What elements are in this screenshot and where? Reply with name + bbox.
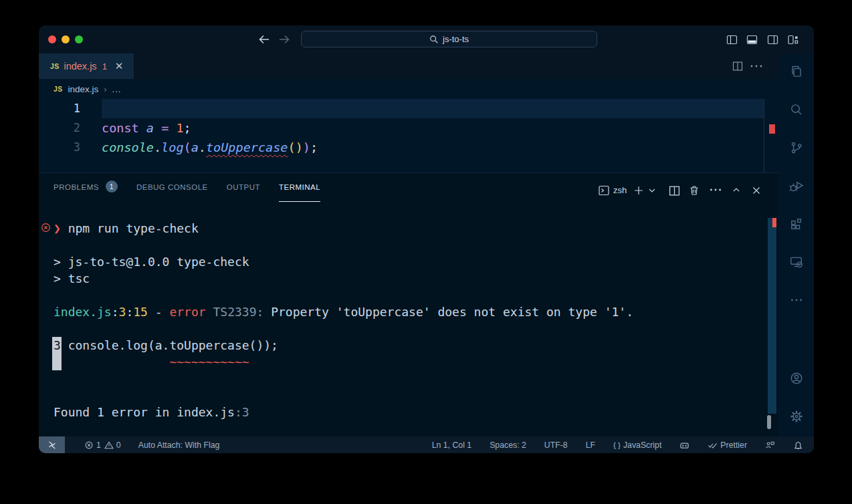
breadcrumb-symbol[interactable]: ... (112, 84, 122, 94)
line-number: 3 (39, 138, 80, 157)
status-formatter[interactable]: Prettier (708, 440, 747, 450)
search-value: js-to-ts (443, 34, 469, 44)
editor-line[interactable]: 1 (39, 99, 778, 118)
terminal-line (54, 237, 633, 253)
breadcrumb[interactable]: JS index.js › ... (39, 79, 778, 99)
breadcrumb-file[interactable]: index.js (68, 84, 98, 94)
status-eol[interactable]: LF (586, 440, 595, 450)
terminal-output[interactable]: ❯ npm run type-check> js-to-ts@1.0.0 typ… (54, 220, 633, 420)
editor-tab-bar: JS index.js 1 ✕ (39, 53, 814, 79)
zoom-window-button[interactable] (75, 35, 83, 43)
activity-account[interactable] (789, 371, 804, 386)
close-panel-icon[interactable] (750, 184, 762, 197)
terminal-actions: zsh (598, 176, 627, 205)
status-copilot[interactable] (679, 440, 689, 450)
panel-tab-output[interactable]: OUTPUT (227, 173, 260, 202)
editor-line[interactable]: 2const a = 1; (39, 118, 778, 138)
minimize-window-button[interactable] (62, 35, 70, 43)
activity-run-debug[interactable] (789, 178, 804, 193)
shell-label[interactable]: zsh (613, 185, 627, 195)
code-text: const a = 1; (102, 118, 191, 138)
terminal-line (54, 370, 633, 387)
tab-index-js[interactable]: JS index.js 1 ✕ (39, 53, 134, 79)
terminal-line (54, 287, 633, 303)
status-indentation[interactable]: Spaces: 2 (490, 440, 526, 450)
activity-more-views[interactable] (789, 293, 804, 307)
terminal-line: > tsc (54, 270, 633, 287)
chevron-right-icon: › (104, 84, 106, 94)
terminal-line: > js-to-ts@1.0.0 type-check (54, 253, 633, 270)
tab-close-icon[interactable]: ✕ (115, 60, 124, 72)
current-line-highlight (102, 99, 764, 118)
toggle-secondary-sidebar-icon[interactable] (767, 34, 778, 45)
code-text: console.log(a.toUppercase()); (102, 138, 318, 157)
back-arrow-icon[interactable] (257, 32, 272, 47)
forward-arrow-icon[interactable] (277, 32, 292, 47)
status-feedback[interactable] (765, 440, 775, 450)
maximize-panel-icon[interactable] (732, 186, 741, 193)
command-center-search[interactable]: js-to-ts (301, 31, 597, 47)
status-language-mode[interactable]: { }JavaScript (613, 440, 661, 450)
activity-extensions[interactable] (789, 217, 804, 231)
title-bar: js-to-ts (39, 25, 814, 53)
bottom-panel: PROBLEMS1DEBUG CONSOLEOUTPUTTERMINAL zsh… (39, 172, 778, 436)
activity-source-control[interactable] (789, 140, 804, 155)
js-file-icon: JS (54, 85, 62, 93)
activity-bar (778, 53, 814, 436)
customize-layout-icon[interactable] (787, 34, 798, 45)
overview-ruler-error-mark (769, 124, 775, 134)
activity-remote-explorer[interactable] (789, 255, 804, 269)
status-problems-warnings[interactable]: 0 (104, 440, 121, 450)
terminal-line (54, 320, 633, 337)
toggle-primary-sidebar-icon[interactable] (726, 34, 738, 45)
activity-explorer[interactable] (789, 64, 804, 79)
status-notifications[interactable] (793, 440, 803, 450)
new-terminal-icon[interactable] (633, 184, 645, 197)
status-bar: 10Auto Attach: With Flag Ln 1, Col 1Spac… (39, 436, 814, 453)
panel-tab-terminal[interactable]: TERMINAL (279, 173, 320, 202)
tab-problem-count: 1 (102, 61, 107, 72)
tab-label: index.js (64, 61, 96, 72)
line-number: 1 (39, 99, 80, 118)
close-window-button[interactable] (48, 35, 56, 43)
split-editor-icon[interactable] (732, 61, 743, 72)
vscode-window: js-to-ts JS index.js 1 ✕ JS ind (39, 25, 814, 453)
editor-more-actions-icon[interactable] (750, 64, 763, 69)
terminal-line: ~~~~~~~~~~~ (54, 354, 633, 370)
activity-search[interactable] (789, 102, 804, 117)
panel-more-actions-icon[interactable] (709, 187, 722, 193)
editor-line[interactable]: 3console.log(a.toUppercase()); (39, 138, 778, 157)
status-cursor-position[interactable]: Ln 1, Col 1 (432, 440, 471, 450)
js-file-icon: JS (50, 62, 59, 70)
status-problems-errors[interactable]: 1 (84, 440, 101, 450)
kill-terminal-icon[interactable] (688, 184, 700, 197)
remote-indicator[interactable] (39, 436, 65, 453)
search-icon (429, 35, 439, 44)
status-auto-attach[interactable]: Auto Attach: With Flag (138, 440, 220, 450)
panel-tab-problems[interactable]: PROBLEMS1 (54, 173, 118, 202)
terminal-line: Found 1 error in index.js:3 (54, 404, 633, 420)
panel-tab-debug-console[interactable]: DEBUG CONSOLE (136, 173, 208, 202)
terminal-scrollbar-error-mark (772, 218, 776, 227)
line-number: 2 (39, 118, 80, 138)
terminal-line (54, 387, 633, 404)
editor-ruler (764, 99, 764, 172)
status-encoding[interactable]: UTF-8 (544, 440, 568, 450)
terminal-scroll-handle[interactable] (767, 415, 771, 429)
split-terminal-icon[interactable] (669, 185, 680, 197)
terminal-scrollbar[interactable] (768, 218, 776, 414)
code-editor[interactable]: 12const a = 1;3console.log(a.toUppercase… (39, 99, 778, 172)
terminal-dropdown-icon[interactable] (647, 187, 657, 194)
command-failed-icon (41, 223, 51, 233)
activity-settings[interactable] (789, 409, 804, 424)
terminal-line: ❯ npm run type-check (54, 220, 633, 237)
terminal-icon (598, 184, 610, 197)
toggle-panel-icon[interactable] (746, 34, 758, 45)
terminal-line: index.js:3:15 - error TS2339: Property '… (54, 303, 633, 320)
problems-count-badge: 1 (106, 180, 118, 193)
terminal-line: 3 console.log(a.toUppercase()); (54, 337, 633, 354)
